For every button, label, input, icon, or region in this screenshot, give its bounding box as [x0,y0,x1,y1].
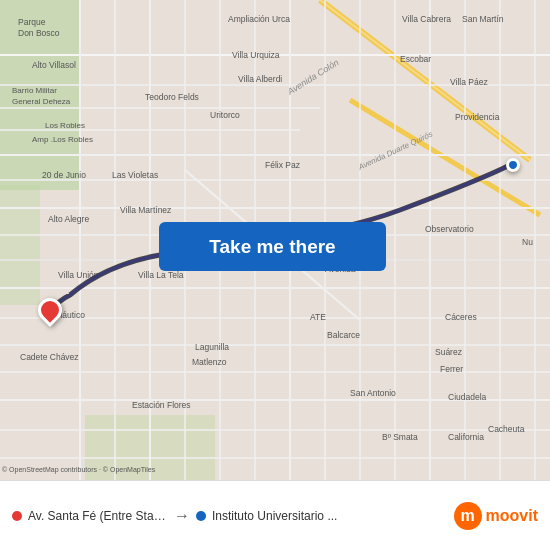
svg-text:ATE: ATE [310,312,326,322]
svg-text:Cacheuta: Cacheuta [488,424,525,434]
svg-text:Ferrer: Ferrer [440,364,463,374]
destination-pin [506,158,520,172]
svg-text:Escobar: Escobar [400,54,431,64]
to-text: Instituto Universitario ... [212,509,337,523]
moovit-text: moovit [486,507,538,525]
svg-text:Las Violetas: Las Violetas [112,170,158,180]
take-me-there-button[interactable]: Take me there [159,222,386,271]
svg-text:Suárez: Suárez [435,347,462,357]
svg-text:Alto Alegre: Alto Alegre [48,214,89,224]
svg-text:Villa Martínez: Villa Martínez [120,205,171,215]
moovit-circle: m [454,502,482,530]
moovit-logo: m moovit [454,502,538,530]
svg-text:Villa Páez: Villa Páez [450,77,488,87]
svg-text:Nu: Nu [522,237,533,247]
svg-text:Matlenzo: Matlenzo [192,357,227,367]
svg-text:Lagunilla: Lagunilla [195,342,229,352]
svg-text:Alto Villasol: Alto Villasol [32,60,76,70]
svg-text:General Deheza: General Deheza [12,97,71,106]
svg-text:Villa Unión: Villa Unión [58,270,99,280]
origin-dot [12,511,22,521]
svg-text:Cadete Chávez: Cadete Chávez [20,352,79,362]
svg-text:Teodoro Felds: Teodoro Felds [145,92,199,102]
svg-text:Parque: Parque [18,17,46,27]
svg-text:Amp .Los Robles: Amp .Los Robles [32,135,93,144]
svg-text:Villa Urquiza: Villa Urquiza [232,50,280,60]
svg-text:Estación Flores: Estación Flores [132,400,191,410]
svg-text:Villa Cabrera: Villa Cabrera [402,14,451,24]
route-info: Av. Santa Fé (Entre Sta. R... → Institut… [12,507,454,525]
svg-text:Los Robles: Los Robles [45,121,85,130]
moovit-m-letter: m [460,507,474,525]
svg-text:Balcarce: Balcarce [327,330,360,340]
svg-text:Villa Alberdi: Villa Alberdi [238,74,282,84]
svg-text:© OpenStreetMap contributors ·: © OpenStreetMap contributors · © OpenMap… [2,466,156,474]
from-text: Av. Santa Fé (Entre Sta. R... [28,509,168,523]
svg-text:Villa La Tela: Villa La Tela [138,270,184,280]
svg-text:Observatorio: Observatorio [425,224,474,234]
svg-text:California: California [448,432,484,442]
bottom-bar: Av. Santa Fé (Entre Sta. R... → Institut… [0,480,550,550]
svg-text:Bº Smata: Bº Smata [382,432,418,442]
svg-text:Barrio Militar: Barrio Militar [12,86,57,95]
svg-text:Cáceres: Cáceres [445,312,477,322]
svg-text:San Antonio: San Antonio [350,388,396,398]
dest-dot [196,511,206,521]
svg-text:Félix Paz: Félix Paz [265,160,300,170]
map-container: Avenida Colón Avenida Duarte Quirós Parq… [0,0,550,480]
svg-text:Ciudadela: Ciudadela [448,392,487,402]
svg-text:20 de Junio: 20 de Junio [42,170,86,180]
svg-text:Ampliación Urca: Ampliación Urca [228,14,290,24]
svg-text:San Martín: San Martín [462,14,504,24]
svg-text:Providencia: Providencia [455,112,500,122]
origin-pin [38,298,66,332]
svg-text:Don Bosco: Don Bosco [18,28,60,38]
svg-text:Uritorco: Uritorco [210,110,240,120]
route-arrow: → [174,507,190,525]
